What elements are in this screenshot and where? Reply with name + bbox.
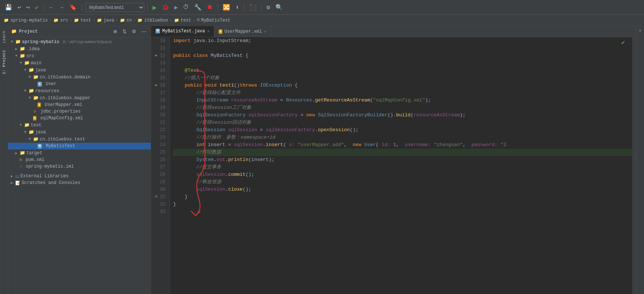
line-num-31: 31 [160, 193, 165, 201]
search-icon[interactable]: 🔍 [274, 3, 285, 12]
gutter-24: 24 [154, 141, 167, 149]
tree-item-java-main[interactable]: ▼ 📁 java [8, 67, 151, 74]
token [228, 97, 231, 104]
token: new [353, 141, 364, 149]
run-gutter-icon-16[interactable]: ▶ [154, 82, 158, 89]
token: ( [283, 141, 289, 149]
commit-icon[interactable]: ⬆ [233, 3, 241, 12]
run-icon[interactable]: ▶ [151, 2, 158, 13]
breadcrumb-item-7[interactable]: MyBatisTest [201, 18, 231, 23]
breadcrumb-folder-icon-test: 📁 [74, 18, 79, 23]
tree-item-target[interactable]: ▶ 📁 target [8, 149, 151, 156]
code-content[interactable]: import java.io.InputStream; public class… [170, 37, 632, 294]
code-line-11 [173, 45, 632, 52]
tree-item-user[interactable]: C User [8, 81, 151, 87]
token: SqlSession [196, 126, 225, 134]
tab-close-usermapper[interactable]: ✕ [264, 29, 267, 34]
breadcrumb-item-6[interactable]: test [181, 18, 192, 23]
toolbar-icon-save[interactable]: 💾 [3, 3, 14, 12]
gutter-15: 15 [154, 74, 167, 82]
toolbar-icon-undo[interactable]: ↩ [16, 3, 23, 12]
token [173, 97, 196, 104]
right-collapse-arrow[interactable]: › [637, 26, 643, 35]
breadcrumb-item-4[interactable]: cn [127, 18, 132, 23]
tree-item-jdbc-props[interactable]: ⚙ jdbc.properties [8, 108, 151, 115]
tree-item-pom[interactable]: m pom.xml [8, 156, 151, 163]
tree-item-iml[interactable]: □ spring-mybatis.iml [8, 163, 151, 170]
gutter-17: 17 [154, 89, 167, 97]
toolbar-icon-nav-mark[interactable]: ✔ [33, 3, 40, 12]
gutter-10: 10 [154, 37, 167, 45]
tree-label-usermapper: UserMapper.xml [42, 102, 82, 107]
token: out [216, 156, 225, 164]
token: sqlSession [228, 126, 257, 134]
breadcrumb-item-3[interactable]: java [104, 18, 114, 23]
stop-icon[interactable]: ⏹ [205, 3, 215, 12]
bookmark-icon-31[interactable]: ⊟ [154, 193, 158, 201]
breadcrumb-item-1[interactable]: src [60, 18, 68, 23]
breadcrumb-item-5[interactable]: itbluebox [144, 18, 168, 23]
gutter-22: 22 [154, 126, 167, 134]
run-with-icon[interactable]: 🔧 [192, 3, 203, 12]
toolbar-icon-bookmark[interactable]: 🔖 [68, 3, 79, 12]
project-tree: ▼ 📁 spring-mybatis D:\AProgramWorkSpace … [8, 37, 151, 294]
tree-arrow-sqlmap [27, 116, 32, 120]
breadcrumb-item-0[interactable]: spring-mybatis [10, 18, 48, 23]
tree-item-main[interactable]: ▼ 📁 main [8, 59, 151, 67]
debug-icon[interactable]: 🐞 [160, 3, 171, 12]
toolbar-btn-back[interactable]: ← [47, 3, 56, 12]
tab-usermapper-xml[interactable]: x UserMapper.xml ✕ [214, 26, 271, 37]
token: insert [266, 141, 283, 149]
tree-item-cn-mapper[interactable]: ▼ 📁 cn.itbluebox.mapper [8, 94, 151, 101]
breadcrumb-item-2[interactable]: test [81, 18, 91, 23]
settings-icon[interactable]: ⚙ [265, 3, 272, 12]
tree-item-src[interactable]: ▼ 📁 src [8, 52, 151, 59]
line-num-12: 12 [160, 52, 165, 59]
tree-item-resources[interactable]: ▼ 📁 resources [8, 87, 151, 94]
scratches-icon: 📝 [15, 181, 20, 185]
tree-item-mybatistest[interactable]: M MyBatisTest [8, 143, 151, 149]
vertical-scrollbar[interactable] [632, 37, 636, 294]
terminal-icon[interactable]: ⬛ [247, 3, 258, 12]
tree-item-usermapper-xml[interactable]: x UserMapper.xml [8, 101, 151, 108]
tree-item-sqlmapconfig[interactable]: x sqlMapConfig.xml [8, 115, 151, 122]
tree-item-spring-mybatis[interactable]: ▼ 📁 spring-mybatis D:\AProgramWorkSpace [8, 38, 151, 45]
run-config-dropdown[interactable]: MyBatisTest.test1 [85, 3, 144, 12]
token: //释放资源 [173, 178, 221, 186]
profile-icon[interactable]: ⏱ [181, 3, 191, 12]
tree-item-idea[interactable]: ▶ 📁 .idea [8, 45, 151, 52]
line-num-20: 20 [160, 112, 165, 119]
line-num-15: 15 [160, 74, 165, 82]
toolbar-icon-redo[interactable]: ↪ [24, 3, 32, 12]
gutter-11: 11 [154, 45, 167, 52]
tab-mybatistest-java[interactable]: M MyBatisTest.java ✕ [151, 26, 214, 37]
run-gutter-icon-12[interactable]: ▶ [154, 52, 158, 59]
toolbar-btn-forward[interactable]: → [57, 3, 66, 12]
tree-item-test[interactable]: ▼ 📁 test [8, 122, 151, 129]
tree-item-cn-domain[interactable]: ▼ 📁 cn.itbluebox.domain [8, 74, 151, 81]
code-line-33 [173, 208, 632, 216]
tree-label-scratches: Scratches and Consoles [22, 180, 80, 185]
token: username: [405, 141, 431, 149]
collapse-all-button[interactable]: ⇅ [121, 28, 128, 35]
tree-item-java-test[interactable]: ▼ 📁 java [8, 129, 151, 136]
tree-arrow-pom [14, 158, 19, 162]
close-panel-button[interactable]: — [140, 28, 148, 35]
line-num-22: 22 [160, 126, 165, 134]
tree-item-ext-libs[interactable]: ▶ 🗂 External Libraries [8, 173, 151, 180]
breadcrumb: 📁 spring-mybatis › 📁 src › 📁 test › 📁 ja… [0, 15, 644, 26]
tab-close-mybatistest[interactable]: ✕ [207, 29, 209, 33]
editor-status-ok-icon: ✔ [620, 37, 627, 48]
tree-label-cn-domain: cn.itbluebox.domain [40, 75, 91, 80]
tree-item-scratches[interactable]: ▶ 📝 Scratches and Consoles [8, 180, 151, 186]
token: 1 [393, 141, 396, 149]
tree-item-cn-test[interactable]: ▼ 📁 cn.itbluebox.test [8, 136, 151, 143]
project-tab[interactable]: 1: Project [1, 47, 7, 77]
learn-tab[interactable]: Learn [1, 28, 7, 46]
token: sqlSession [234, 141, 263, 149]
sep5 [244, 4, 244, 11]
add-button[interactable]: ⊕ [112, 28, 119, 35]
settings-button[interactable]: ⚙ [130, 28, 138, 35]
coverage-icon[interactable]: ▶ [173, 3, 180, 12]
git-icon[interactable]: 🔀 [221, 3, 232, 12]
